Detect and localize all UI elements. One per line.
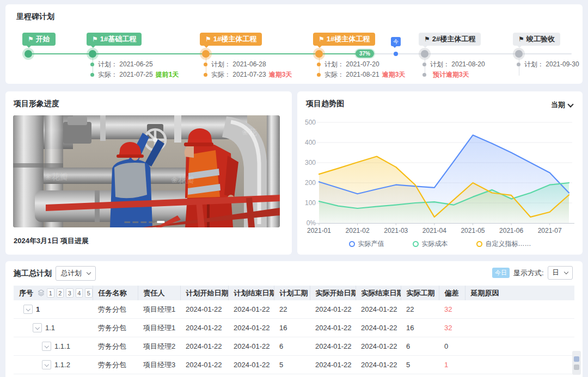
- detail-dot-icon: [517, 63, 520, 66]
- chevron-down-icon: [35, 325, 40, 330]
- carousel-dot[interactable]: [124, 221, 130, 223]
- legend-marker-icon: [349, 241, 355, 247]
- column-header: 延期原因: [465, 286, 574, 300]
- tree-cell: 1.1.2: [19, 360, 93, 369]
- svg-text:❀花: ❀花: [242, 127, 257, 137]
- actual-days-cell: 22: [401, 300, 439, 319]
- detail-dot-icon: [422, 63, 426, 66]
- table-row: 1.1.1劳务分包项目经理22024-01-222024-01-2262024-…: [14, 337, 574, 356]
- level-button-4[interactable]: 4: [76, 288, 83, 298]
- flag-icon: ⚑: [424, 35, 430, 43]
- level-button-3[interactable]: 3: [66, 288, 74, 298]
- plan-days-cell: 5: [274, 356, 310, 374]
- flag-icon: ⚑: [318, 35, 324, 43]
- actual-days-cell: 16: [401, 319, 439, 337]
- actual-start-cell: 2024-01-22: [310, 319, 356, 337]
- detail-dot-icon: [204, 73, 207, 77]
- row-expand-toggle[interactable]: [33, 323, 42, 332]
- detail-dot-icon: [204, 63, 207, 66]
- svg-text:2021-04: 2021-04: [422, 227, 446, 234]
- svg-text:❀花瓣: ❀花瓣: [45, 172, 68, 181]
- column-header: 实际开始日期: [310, 286, 356, 300]
- deviation-cell: 1: [439, 356, 465, 374]
- actual-start-cell: 2024-01-22: [310, 356, 356, 374]
- plan-table: 序号12345任务名称责任人计划开始日期计划结束日期计划工期实际开始日期实际结束…: [14, 286, 574, 374]
- column-header: 计划工期: [274, 286, 310, 300]
- floating-side-widget: [572, 351, 581, 375]
- period-select[interactable]: 当期: [551, 100, 573, 110]
- row-expand-toggle[interactable]: [42, 342, 51, 351]
- row-id: 1.1.1: [54, 342, 70, 350]
- flag-icon: ⚑: [205, 35, 211, 43]
- plan-start-cell: 2024-01-22: [180, 356, 228, 374]
- milestone-detail-line: 实际： 2021-07-23逾期3天: [204, 70, 292, 80]
- column-header: 计划结束日期: [228, 286, 274, 300]
- column-header: 实际工期: [401, 286, 439, 300]
- milestone-badge: ⚑竣工验收: [513, 33, 560, 46]
- deviation-cell: 32: [439, 319, 465, 337]
- plan-type-select[interactable]: 总计划: [56, 266, 96, 281]
- svg-text:100: 100: [305, 199, 316, 207]
- carousel-dot[interactable]: [132, 221, 138, 223]
- level-button-1[interactable]: 1: [47, 288, 54, 298]
- legend-item[interactable]: 实际成本: [413, 239, 448, 249]
- milestone-node: [89, 50, 96, 58]
- plan-end-cell: 2024-01-22: [228, 356, 274, 374]
- project-photo-carousel[interactable]: ❀花瓣 ❀花瓣 ❀花: [13, 115, 280, 227]
- milestone-name: 1#楼主体工程: [213, 35, 256, 43]
- side-widget-button-2[interactable]: [574, 364, 579, 370]
- carousel-dot[interactable]: [157, 221, 164, 223]
- table-row: 1.1劳务分包项目经理12024-01-222024-01-22162024-0…: [14, 319, 574, 337]
- display-mode-select[interactable]: 日: [548, 266, 573, 280]
- milestone-node: [202, 50, 210, 58]
- carousel-dot[interactable]: [140, 221, 146, 223]
- detail-text: 实际： 2021-08-21: [324, 70, 379, 79]
- column-header: 偏差: [439, 286, 465, 300]
- svg-text:300: 300: [305, 159, 316, 166]
- legend-label: 实际产值: [358, 239, 384, 249]
- flag-icon: ⚑: [28, 35, 34, 43]
- carousel-dots[interactable]: [124, 221, 164, 223]
- actual-end-cell: 2024-01-22: [356, 337, 401, 356]
- milestone-name: 2#楼主体工程: [432, 35, 475, 43]
- legend-item[interactable]: 自定义指标……: [476, 239, 531, 249]
- milestone-detail-line: 计划： 2021-06-28: [204, 59, 292, 70]
- actual-days-cell: 5: [401, 356, 439, 374]
- row-id: 1.1.2: [54, 361, 70, 369]
- owner-cell: 项目经理1: [138, 300, 180, 319]
- level-button-5[interactable]: 5: [85, 288, 93, 298]
- trend-legend: 实际产值实际成本自定义指标……: [297, 239, 583, 249]
- legend-item[interactable]: 实际产值: [349, 239, 384, 249]
- plan-days-cell: 22: [274, 300, 310, 319]
- detail-status: 预计逾期3天: [433, 70, 469, 79]
- trend-chart: 0%1002003004005002021-012021-022021-0320…: [297, 112, 583, 238]
- chevron-down-icon: [567, 101, 573, 107]
- milestone-timeline: ⚑开始⚑1#基础工程计划： 2021-06-25实际： 2021-07-25提前…: [22, 30, 577, 83]
- row-expand-toggle[interactable]: [42, 360, 51, 369]
- svg-text:500: 500: [305, 119, 316, 126]
- carousel-dot[interactable]: [149, 221, 155, 223]
- display-mode-label: 显示方式:: [513, 268, 544, 278]
- row-expand-toggle[interactable]: [23, 305, 33, 314]
- task-cell: 劳务分包: [93, 356, 138, 374]
- milestone-badge: ⚑1#基础工程: [87, 33, 142, 46]
- seq-cell: 1.1.2: [14, 356, 93, 374]
- actual-end-cell: 2024-01-22: [356, 300, 401, 319]
- chevron-down-icon: [45, 344, 49, 348]
- task-cell: 劳务分包: [93, 300, 138, 319]
- flag-icon: ⚑: [92, 35, 98, 43]
- svg-text:❀花瓣: ❀花瓣: [171, 175, 194, 184]
- tree-cell: 1.1: [19, 323, 93, 332]
- chevron-down-icon: [45, 362, 49, 367]
- milestone-detail-line: 实际： 2021-08-21逾期3天: [317, 70, 405, 80]
- actual-end-cell: 2024-01-22: [356, 356, 401, 374]
- side-widget-button-1[interactable]: [574, 356, 579, 362]
- plan-start-cell: 2024-01-22: [180, 319, 228, 337]
- table-header-row: 序号12345任务名称责任人计划开始日期计划结束日期计划工期实际开始日期实际结束…: [14, 286, 574, 300]
- level-button-2[interactable]: 2: [57, 288, 64, 298]
- today-button[interactable]: 今日: [492, 268, 510, 278]
- construction-plan-card: 施工总计划 总计划 今日 显示方式: 日 序号12345任务名称责任人计划开始日…: [5, 261, 583, 377]
- plan-type-value: 总计划: [61, 269, 82, 278]
- svg-text:2021-01: 2021-01: [307, 227, 331, 234]
- seq-header-label: 序号: [19, 288, 33, 298]
